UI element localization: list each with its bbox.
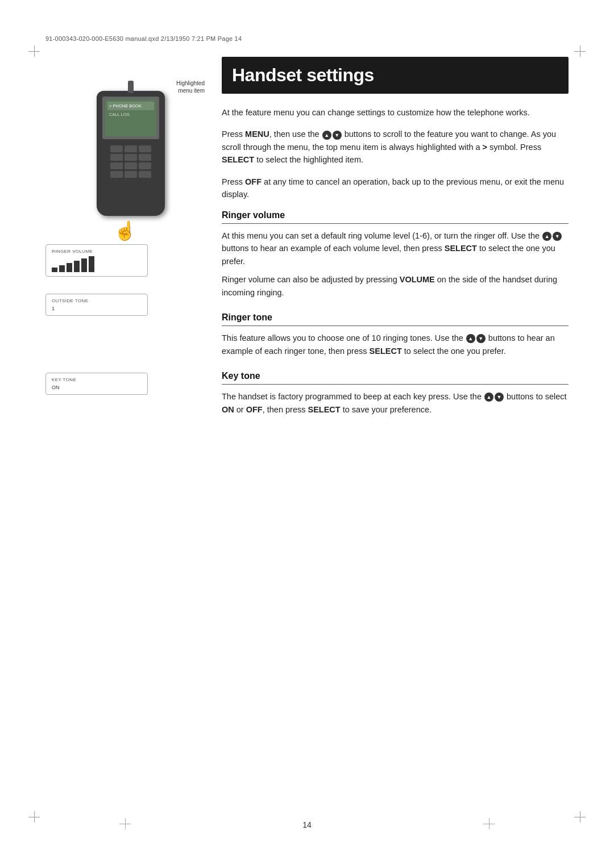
key-tone-title: Key tone bbox=[222, 371, 569, 385]
right-column: Handset settings At the feature menu you… bbox=[222, 57, 569, 429]
bar-2 bbox=[59, 265, 65, 272]
outside-tone-label: OUTSIDE TONE bbox=[52, 298, 142, 303]
phone-body: > PHONE BOOK CALL LOG bbox=[97, 91, 165, 216]
outside-tone-panel: OUTSIDE TONE 1 bbox=[45, 294, 148, 316]
ringer-tone-body: This feature allows you to choose one of… bbox=[222, 332, 569, 357]
key-tone-value: ON bbox=[52, 385, 142, 390]
page-title: Handset settings bbox=[232, 65, 558, 86]
file-info: 91-000343-020-000-E5630 manual.qxd 2/13/… bbox=[45, 35, 569, 42]
intro-para-3: Press OFF at any time to cancel an opera… bbox=[222, 176, 569, 201]
key-tone-panel: KEY TONE ON bbox=[45, 373, 148, 395]
ringer-volume-label: RINGER VOLUME bbox=[52, 249, 142, 254]
intro-para-2: Press MENU, then use the ▲▼ buttons to s… bbox=[222, 128, 569, 166]
phone-screen: > PHONE BOOK CALL LOG bbox=[102, 97, 159, 139]
bar-6 bbox=[89, 256, 94, 272]
bar-1 bbox=[52, 268, 57, 272]
bar-3 bbox=[67, 263, 72, 272]
key-tone-body: The handset is factory programmed to bee… bbox=[222, 390, 569, 416]
nav-buttons-3: ▲▼ bbox=[466, 334, 486, 343]
ringer-tone-title: Ringer tone bbox=[222, 312, 569, 326]
key-tone-section: Key tone The handset is factory programm… bbox=[222, 371, 569, 416]
ringer-volume-panel: RINGER VOLUME bbox=[45, 244, 148, 277]
reg-mark-right bbox=[483, 818, 495, 829]
nav-buttons-1: ▲▼ bbox=[322, 131, 342, 140]
crosshair-top-left bbox=[28, 45, 40, 57]
hand-icon: ☝ bbox=[114, 220, 136, 241]
ringer-bars bbox=[52, 256, 142, 272]
bar-4 bbox=[74, 261, 80, 272]
crosshair-bottom-left bbox=[28, 811, 40, 823]
phone-keypad bbox=[105, 145, 156, 205]
crosshair-bottom-right bbox=[574, 811, 586, 823]
page-number: 14 bbox=[302, 820, 312, 829]
outside-tone-value: 1 bbox=[52, 306, 142, 311]
ringer-volume-body-2: Ringer volume can also be adjusted by pr… bbox=[222, 273, 569, 299]
ringer-volume-title: Ringer volume bbox=[222, 210, 569, 224]
key-tone-label: KEY TONE bbox=[52, 377, 142, 382]
crosshair-top-right bbox=[574, 45, 586, 57]
nav-buttons-4: ▲▼ bbox=[484, 393, 504, 402]
nav-buttons-2: ▲▼ bbox=[542, 232, 562, 241]
page: 91-000343-020-000-E5630 manual.qxd 2/13/… bbox=[0, 0, 614, 868]
screen-content: > PHONE BOOK CALL LOG bbox=[105, 99, 156, 136]
title-bar: Handset settings bbox=[222, 57, 569, 94]
left-panels: RINGER VOLUME OUTSIDE TONE 1 KEY TONE ON bbox=[45, 244, 193, 406]
ringer-volume-body: At this menu you can set a default ring … bbox=[222, 229, 569, 268]
phone-antenna bbox=[128, 81, 134, 93]
intro-para-1: At the feature menu you can change setti… bbox=[222, 106, 569, 119]
ringer-volume-section: Ringer volume At this menu you can set a… bbox=[222, 210, 569, 299]
highlighted-label: Highlighted menu item bbox=[176, 80, 205, 94]
reg-mark-left bbox=[119, 818, 131, 829]
ringer-tone-section: Ringer tone This feature allows you to c… bbox=[222, 312, 569, 357]
bar-5 bbox=[81, 258, 87, 272]
